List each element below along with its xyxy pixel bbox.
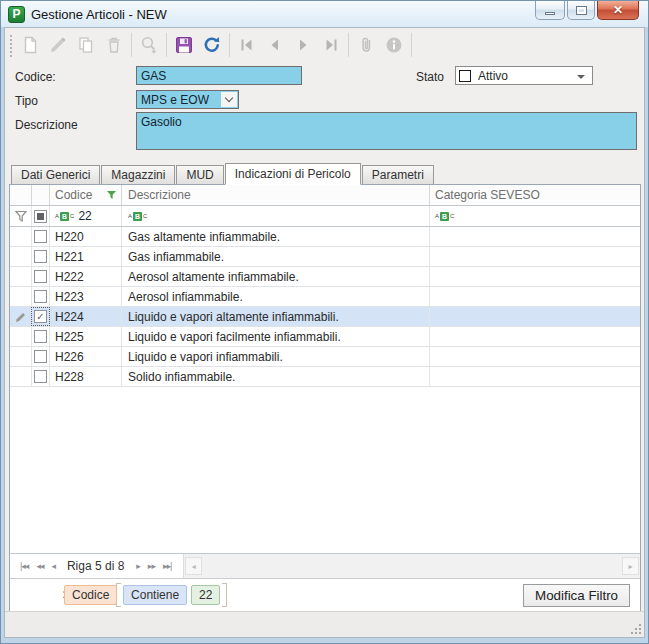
row-checkbox[interactable] [34,270,47,283]
table-row[interactable]: H224 Liquido e vapori altamente infiamma… [10,307,640,327]
filter-cell-descrizione[interactable]: ABC [122,206,430,226]
row-checkbox[interactable] [34,290,47,303]
cell-descrizione[interactable]: Aerosol altamente infiammabile. [122,267,430,286]
cell-descrizione[interactable]: Aerosol infiammabile. [122,287,430,306]
delete-button[interactable] [100,32,128,58]
row-next-button[interactable]: ▸ [136,561,140,571]
cell-descrizione[interactable]: Gas altamente infiammabile. [122,227,430,246]
table-row[interactable]: H226 Liquido e vapori infiammabili. [10,347,640,367]
modifica-filtro-button[interactable]: Modifica Filtro [523,584,630,607]
cell-descrizione[interactable]: Solido infiammabile. [122,367,430,386]
copy-button[interactable] [72,32,100,58]
cell-categoria-seveso[interactable] [430,307,640,326]
row-checkbox[interactable] [34,230,47,243]
scroll-left-button[interactable]: ◂ [185,557,202,575]
column-header-categoria-seveso[interactable]: Categoria SEVESO [430,185,640,205]
tab-mud[interactable]: MUD [176,165,223,184]
cell-codice[interactable]: H228 [50,367,122,386]
refresh-button[interactable] [198,32,226,58]
cell-codice[interactable]: H223 [50,287,122,306]
cell-codice[interactable]: H220 [50,227,122,246]
cell-descrizione[interactable]: Liquido e vapori infiammabili. [122,347,430,366]
cell-categoria-seveso[interactable] [430,347,640,366]
search-add-icon [139,35,159,55]
table-row[interactable]: H221 Gas infiammabile. [10,247,640,267]
edit-button[interactable] [44,32,72,58]
nav-previous-button[interactable] [261,32,289,58]
cell-categoria-seveso[interactable] [430,367,640,386]
info-button[interactable] [380,32,408,58]
codice-input[interactable]: GAS [136,66,302,85]
tab-dati-generici[interactable]: Dati Generici [11,165,100,184]
filter-cell-categoria-seveso[interactable]: ABC [430,206,640,226]
cell-categoria-seveso[interactable] [430,227,640,246]
cell-categoria-seveso[interactable] [430,287,640,306]
row-prev-button[interactable]: ◂ [51,561,55,571]
cell-descrizione[interactable]: Liquido e vapori altamente infiammabili. [122,307,430,326]
horizontal-scrollbar[interactable]: ◂ ▸ [183,554,640,578]
new-document-button[interactable] [16,32,44,58]
cell-categoria-seveso[interactable] [430,247,640,266]
filter-checkbox-indeterminate[interactable] [34,210,47,223]
cell-categoria-seveso[interactable] [430,327,640,346]
filter-field-chip[interactable]: Codice [64,585,117,605]
row-prev-page-button[interactable]: ◂◂ [36,561,43,571]
cell-codice[interactable]: H222 [50,267,122,286]
table-row[interactable]: H225 Liquido e vapori facilmente infiamm… [10,327,640,347]
row-checkbox[interactable] [34,250,47,263]
tab-parametri[interactable]: Parametri [362,165,434,184]
copy-icon [76,35,96,55]
resize-grip[interactable] [630,623,642,635]
row-next-page-button[interactable]: ▸▸ [148,561,155,571]
nav-first-button[interactable] [233,32,261,58]
header-checkbox-cell [32,185,50,205]
row-checkbox[interactable] [34,310,47,323]
cell-codice[interactable]: H225 [50,327,122,346]
filter-value-codice[interactable]: 22 [78,209,91,223]
save-button[interactable] [170,32,198,58]
table-row[interactable]: H223 Aerosol infiammabile. [10,287,640,307]
search-button[interactable] [135,32,163,58]
cell-codice[interactable]: H224 [50,307,122,326]
row-checkbox[interactable] [34,370,47,383]
cell-descrizione[interactable]: Liquido e vapori facilmente infiammabili… [122,327,430,346]
filter-value-chip[interactable]: 22 [191,585,220,605]
filter-cell-codice[interactable]: ABC 22 [50,206,122,226]
edit-pencil-icon [48,35,68,55]
cell-descrizione[interactable]: Gas infiammabile. [122,247,430,266]
attachment-button[interactable] [352,32,380,58]
cell-codice[interactable]: H221 [50,247,122,266]
toolbar-separator [411,33,412,57]
nav-next-button[interactable] [289,32,317,58]
column-header-descrizione[interactable]: Descrizione [122,185,430,205]
table-row[interactable]: H222 Aerosol altamente infiammabile. [10,267,640,287]
grid-navigator: |◂◂ ◂◂ ◂ Riga 5 di 8 ▸ ▸▸ ▸▸| ◂ ▸ [10,553,640,578]
grid-header-row: Codice Descrizione Categoria SEVESO [10,185,640,206]
table-row[interactable]: H228 Solido infiammabile. [10,367,640,387]
tab-magazzini[interactable]: Magazzini [101,165,175,184]
filter-funnel-icon[interactable] [14,210,28,223]
row-last-button[interactable]: ▸▸| [163,561,171,571]
tipo-combobox[interactable]: MPS e EOW [136,90,239,109]
descrizione-textarea[interactable]: Gasolio [136,112,637,150]
row-first-button[interactable]: |◂◂ [20,561,28,571]
row-checkbox[interactable] [34,330,47,343]
active-filter-funnel-icon[interactable] [107,191,116,199]
maximize-button[interactable] [567,1,595,20]
row-checkbox[interactable] [34,350,47,363]
filter-operator-chip[interactable]: Contiene [123,585,187,605]
cell-codice[interactable]: H226 [50,347,122,366]
nav-last-icon [321,35,341,55]
column-header-codice[interactable]: Codice [50,185,122,205]
stato-value: Attivo [478,69,508,83]
scroll-right-button[interactable]: ▸ [622,557,639,575]
toolbar-grip[interactable] [8,33,13,57]
tab-indicazioni-di-pericolo[interactable]: Indicazioni di Pericolo [225,163,361,185]
close-button[interactable]: ✕ [597,1,639,20]
cell-categoria-seveso[interactable] [430,267,640,286]
table-row[interactable]: H220 Gas altamente infiammabile. [10,227,640,247]
minimize-button[interactable] [535,1,565,20]
nav-last-button[interactable] [317,32,345,58]
stato-combobox[interactable]: Attivo [455,66,593,85]
tipo-dropdown-button[interactable] [221,92,237,107]
